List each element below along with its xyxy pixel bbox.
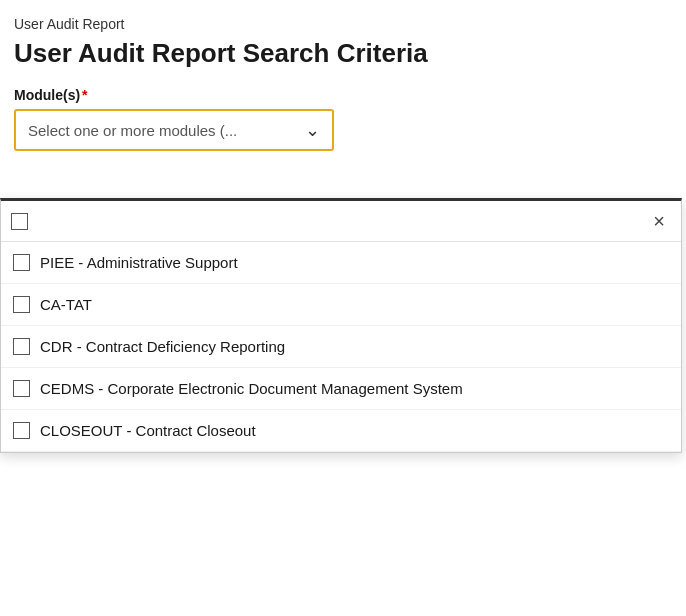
dropdown-header: × (1, 201, 681, 242)
item-checkbox[interactable] (13, 380, 30, 397)
item-label: CDR - Contract Deficiency Reporting (40, 338, 285, 355)
list-item[interactable]: PIEE - Administrative Support (1, 242, 681, 284)
item-checkbox[interactable] (13, 254, 30, 271)
modules-select-trigger[interactable]: Select one or more modules (... ⌄ (14, 109, 334, 151)
page-title: User Audit Report Search Criteria (14, 38, 672, 69)
list-item[interactable]: CA-TAT (1, 284, 681, 326)
list-item[interactable]: CLOSEOUT - Contract Closeout (1, 410, 681, 452)
dropdown-list[interactable]: PIEE - Administrative Support CA-TAT CDR… (1, 242, 681, 452)
breadcrumb: User Audit Report (14, 16, 672, 32)
list-item[interactable]: CEDMS - Corporate Electronic Document Ma… (1, 368, 681, 410)
item-label: PIEE - Administrative Support (40, 254, 238, 271)
item-label: CLOSEOUT - Contract Closeout (40, 422, 256, 439)
item-checkbox[interactable] (13, 422, 30, 439)
dropdown-close-button[interactable]: × (651, 211, 667, 231)
dropdown-header-left (11, 213, 28, 230)
modules-dropdown: × PIEE - Administrative Support CA-TAT C… (0, 198, 682, 453)
list-item[interactable]: CDR - Contract Deficiency Reporting (1, 326, 681, 368)
item-label: CA-TAT (40, 296, 92, 313)
select-all-checkbox[interactable] (11, 213, 28, 230)
page-container: User Audit Report User Audit Report Sear… (0, 0, 686, 616)
item-checkbox[interactable] (13, 338, 30, 355)
item-label: CEDMS - Corporate Electronic Document Ma… (40, 380, 463, 397)
modules-field-label: Module(s)* (14, 87, 672, 103)
item-checkbox[interactable] (13, 296, 30, 313)
select-placeholder: Select one or more modules (... (28, 122, 237, 139)
chevron-down-icon: ⌄ (305, 119, 320, 141)
